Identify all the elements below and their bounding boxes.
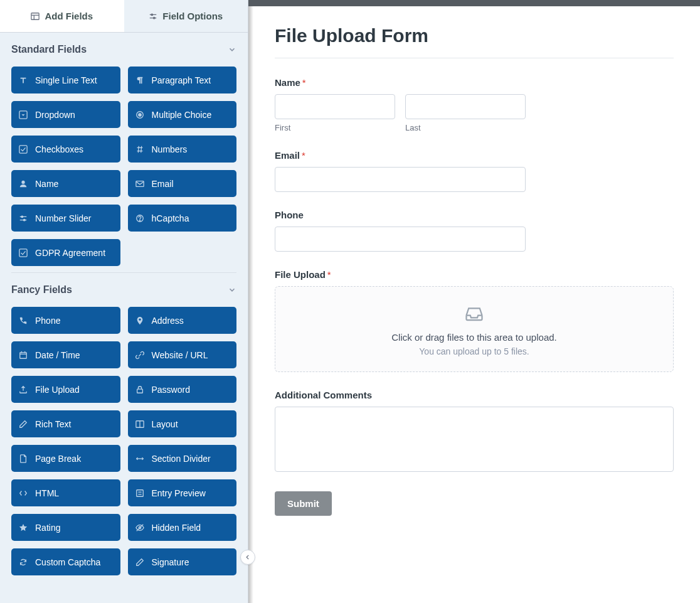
field-label: Dropdown (35, 110, 75, 120)
field-page-break[interactable]: Page Break (11, 445, 120, 472)
field-dropdown[interactable]: Dropdown (11, 101, 120, 128)
svg-rect-23 (19, 248, 27, 256)
file-upload-dropzone[interactable]: Click or drag files to this area to uplo… (275, 286, 674, 372)
form-field-file-upload: File Upload* Click or drag files to this… (275, 269, 674, 372)
inbox-icon (465, 306, 484, 322)
list-icon (135, 489, 144, 498)
sidebar-body: Standard Fields Single Line Text Paragra… (0, 33, 248, 588)
field-label: hCaptcha (152, 213, 189, 223)
file-icon (19, 454, 28, 463)
svg-rect-24 (20, 352, 27, 358)
field-label: Custom Captcha (35, 557, 100, 567)
svg-rect-0 (31, 13, 39, 19)
field-label: Signature (152, 557, 189, 567)
required-star: * (327, 269, 331, 280)
form-divider (275, 58, 674, 58)
fancy-fields-grid: Phone Address Date / Time Website / URL … (11, 307, 236, 575)
code-icon (19, 489, 28, 498)
refresh-icon (19, 558, 28, 567)
svg-point-22 (139, 220, 140, 220)
svg-point-5 (151, 14, 153, 16)
field-label: Section Divider (152, 454, 211, 464)
field-email[interactable]: Email (128, 170, 237, 197)
form-preview: File Upload Form Name* First Last (248, 0, 700, 603)
email-input[interactable] (275, 167, 526, 192)
pencil-icon (135, 558, 144, 567)
field-name[interactable]: Name (11, 170, 120, 197)
field-file-upload[interactable]: File Upload (11, 376, 120, 403)
required-star: * (302, 77, 306, 88)
comments-textarea[interactable] (275, 407, 674, 472)
first-name-input[interactable] (275, 94, 395, 119)
last-name-input[interactable] (405, 94, 526, 119)
tab-add-fields[interactable]: Add Fields (0, 0, 124, 33)
field-custom-captcha[interactable]: Custom Captcha (11, 548, 120, 575)
field-layout[interactable]: Layout (128, 410, 237, 437)
field-numbers[interactable]: Numbers (128, 136, 237, 163)
field-phone[interactable]: Phone (11, 307, 120, 334)
chevron-down-icon (228, 45, 236, 54)
form-field-email: Email* (275, 150, 674, 192)
field-html[interactable]: HTML (11, 479, 120, 506)
check-square-icon (19, 145, 28, 154)
eye-slash-icon (135, 523, 144, 532)
map-pin-icon (135, 316, 144, 325)
form-field-name: Name* First Last (275, 77, 674, 132)
field-gdpr-agreement[interactable]: GDPR Agreement (11, 239, 120, 266)
svg-line-14 (141, 146, 141, 152)
tab-label: Add Fields (45, 11, 93, 21)
field-label: Hidden Field (152, 523, 201, 533)
section-header-standard[interactable]: Standard Fields (11, 33, 236, 63)
svg-rect-28 (137, 389, 142, 393)
field-rich-text[interactable]: Rich Text (11, 410, 120, 437)
field-label: Numbers (152, 144, 188, 154)
check-square-icon (19, 248, 28, 257)
field-label: Address (152, 316, 184, 326)
field-number-slider[interactable]: Number Slider (11, 205, 120, 232)
svg-line-13 (138, 146, 139, 152)
first-sublabel: First (275, 123, 395, 132)
field-signature[interactable]: Signature (128, 548, 237, 575)
submit-button[interactable]: Submit (275, 491, 332, 516)
field-label: Single Line Text (35, 75, 97, 85)
field-label: Entry Preview (152, 488, 206, 498)
field-label: GDPR Agreement (35, 248, 105, 258)
paragraph-icon (135, 76, 144, 85)
field-password[interactable]: Password (128, 376, 237, 403)
form-field-phone: Phone (275, 210, 674, 252)
collapse-sidebar-button[interactable] (240, 550, 255, 565)
field-entry-preview[interactable]: Entry Preview (128, 479, 237, 506)
field-checkboxes[interactable]: Checkboxes (11, 136, 120, 163)
field-label: Page Break (35, 454, 81, 464)
svg-point-9 (138, 113, 141, 115)
svg-point-6 (154, 17, 156, 19)
field-hcaptcha[interactable]: hCaptcha (128, 205, 237, 232)
required-star: * (302, 150, 305, 161)
svg-point-19 (21, 216, 23, 218)
field-hidden-field[interactable]: Hidden Field (128, 514, 237, 541)
calendar-icon (19, 351, 28, 360)
section-header-fancy[interactable]: Fancy Fields (11, 273, 236, 303)
field-label: Number Slider (35, 213, 91, 223)
field-address[interactable]: Address (128, 307, 237, 334)
phone-input[interactable] (275, 227, 526, 252)
sliders-icon (19, 214, 28, 223)
label-text: File Upload (275, 269, 326, 280)
user-icon (19, 179, 28, 188)
tab-field-options[interactable]: Field Options (124, 0, 248, 33)
field-label: Rich Text (35, 419, 71, 429)
field-label: Paragraph Text (152, 75, 211, 85)
svg-rect-10 (19, 145, 27, 152)
columns-icon (135, 420, 144, 429)
field-section-divider[interactable]: Section Divider (128, 445, 237, 472)
field-rating[interactable]: Rating (11, 514, 120, 541)
field-date-time[interactable]: Date / Time (11, 341, 120, 368)
svg-point-15 (21, 180, 24, 183)
edit-icon (19, 420, 28, 429)
lock-icon (135, 385, 144, 394)
field-single-line-text[interactable]: Single Line Text (11, 67, 120, 93)
field-paragraph-text[interactable]: Paragraph Text (128, 67, 237, 93)
field-multiple-choice[interactable]: Multiple Choice (128, 101, 237, 128)
sliders-icon (149, 12, 157, 21)
field-website-url[interactable]: Website / URL (128, 341, 237, 368)
